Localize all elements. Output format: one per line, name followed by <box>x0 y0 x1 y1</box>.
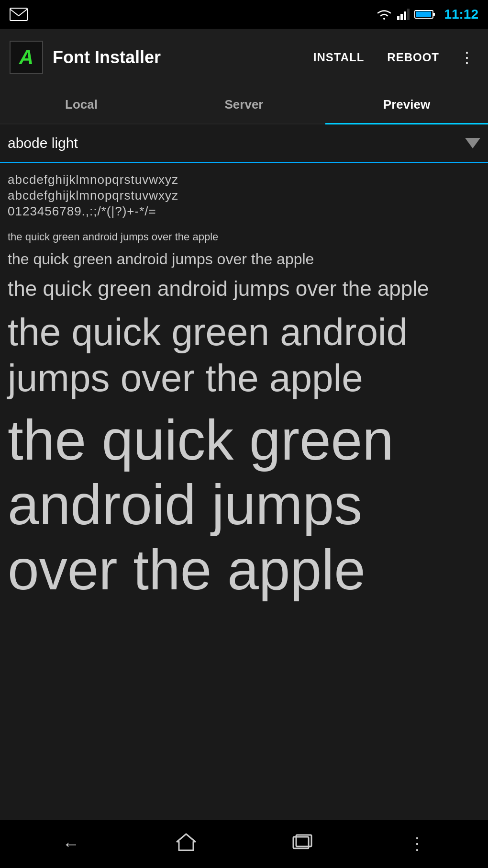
preview-size-medium: the quick green android jumps over the a… <box>8 275 480 302</box>
overflow-menu-icon[interactable]: ⋮ <box>455 45 478 70</box>
font-search-input[interactable] <box>8 135 461 151</box>
svg-rect-1 <box>397 16 399 20</box>
preview-numbers: 0123456789.,:;/*(|?)+-*/= <box>8 204 480 219</box>
app-bar: A Font Installer INSTALL REBOOT ⋮ <box>0 29 488 86</box>
app-title: Font Installer <box>53 47 297 68</box>
install-button[interactable]: INSTALL <box>307 47 371 68</box>
reboot-button[interactable]: REBOOT <box>380 47 446 68</box>
search-bar <box>0 124 488 163</box>
battery-icon <box>414 9 435 20</box>
preview-size-xlarge: the quick green android jumps over the a… <box>8 408 480 603</box>
svg-rect-0 <box>10 8 27 21</box>
status-time: 11:12 <box>444 7 478 22</box>
preview-size-tiny: the quick green android jumps over the a… <box>8 231 480 243</box>
dropdown-arrow-icon[interactable] <box>465 138 480 148</box>
tab-server[interactable]: Server <box>163 86 325 124</box>
svg-rect-4 <box>407 9 410 20</box>
tab-bar: Local Server Preview <box>0 86 488 124</box>
wifi-icon <box>376 8 392 21</box>
signal-icon <box>397 9 410 20</box>
home-nav-icon[interactable] <box>176 833 196 856</box>
recent-apps-icon[interactable] <box>292 834 312 855</box>
app-logo: A <box>10 41 43 74</box>
nav-bar: ← ⋮ <box>0 820 488 868</box>
nav-overflow-icon[interactable]: ⋮ <box>409 834 426 854</box>
preview-alphabet-lowercase: abcdefghijklmnopqrstuvwxyz <box>8 188 480 203</box>
back-nav-icon[interactable]: ← <box>63 834 80 854</box>
preview-size-large: the quick green android jumps over the a… <box>8 309 480 401</box>
preview-alphabet-uppercase: abcdefghijklmnopqrstuvwxyz <box>8 172 480 187</box>
tab-preview[interactable]: Preview <box>325 86 488 124</box>
svg-marker-8 <box>177 834 195 850</box>
status-bar: 11:12 <box>0 0 488 29</box>
svg-rect-2 <box>400 14 403 20</box>
svg-rect-3 <box>404 11 406 20</box>
mail-icon <box>10 8 28 21</box>
preview-size-small: the quick green android jumps over the a… <box>8 250 480 268</box>
preview-content: abcdefghijklmnopqrstuvwxyz abcdefghijklm… <box>0 163 488 820</box>
tab-local[interactable]: Local <box>0 86 163 124</box>
svg-rect-7 <box>416 11 431 17</box>
svg-rect-6 <box>433 13 435 16</box>
